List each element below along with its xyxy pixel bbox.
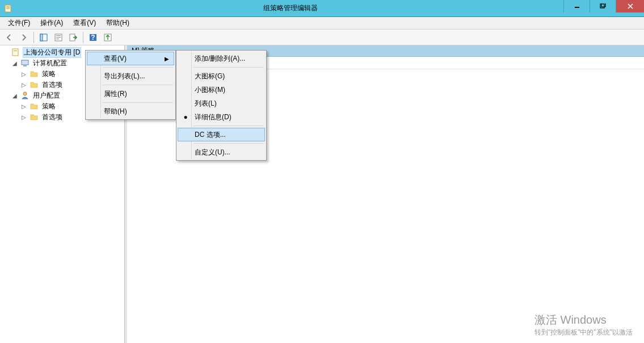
menu-separator	[193, 143, 264, 144]
submenu-item-details[interactable]: ● 详细信息(D)	[178, 110, 265, 124]
svg-rect-22	[23, 65, 27, 66]
menu-item-label: 小图标(M)	[195, 85, 225, 95]
minimize-button[interactable]	[563, 0, 590, 12]
context-menu-item-view[interactable]: 查看(V) ▶	[87, 52, 174, 65]
window-title: 组策略管理编辑器	[17, 3, 563, 13]
submenu-arrow-icon: ▶	[165, 56, 169, 62]
svg-rect-19	[12, 49, 18, 56]
tree-root-label: 上海分公司专用 [D	[23, 47, 81, 58]
tree-label: 策略	[41, 69, 57, 79]
toolbar-separator	[83, 32, 83, 43]
maximize-button[interactable]	[590, 0, 616, 12]
toolbar-export-button[interactable]	[66, 31, 80, 44]
menu-item-label: 添加/删除列(A)...	[195, 54, 245, 64]
svg-rect-12	[56, 35, 61, 36]
context-menu: 查看(V) ▶ 导出列表(L)... 属性(R) 帮助(H)	[85, 50, 176, 120]
menu-separator	[193, 67, 264, 68]
menu-item-label: 导出列表(L)...	[104, 72, 145, 81]
folder-icon	[30, 80, 39, 89]
tree-twisty-icon[interactable]: ◢	[11, 60, 18, 66]
menu-item-label: 查看(V)	[104, 54, 127, 64]
menu-item-label: 大图标(G)	[195, 72, 225, 81]
menu-item-label: 自定义(U)...	[195, 148, 230, 157]
menu-item-label: DC 选项...	[195, 130, 226, 140]
tree-label: 首选项	[41, 80, 64, 90]
svg-rect-3	[6, 9, 10, 9]
toolbar-back-button[interactable]	[2, 31, 16, 44]
tree-label: 策略	[41, 102, 57, 111]
tree-label: 首选项	[41, 112, 64, 122]
context-menu-item-help[interactable]: 帮助(H)	[87, 104, 174, 118]
tree-label: 用户配置	[32, 91, 61, 101]
tree-twisty-icon[interactable]: ▷	[20, 71, 27, 77]
submenu-item-list[interactable]: 列表(L)	[178, 97, 265, 110]
menu-item-label: 详细信息(D)	[195, 112, 231, 122]
menu-separator	[193, 126, 264, 126]
svg-rect-10	[40, 34, 43, 41]
tree-twisty-icon[interactable]: ▷	[20, 82, 27, 88]
menu-view[interactable]: 查看(V)	[69, 17, 100, 29]
menu-action[interactable]: 操作(A)	[36, 17, 68, 29]
menu-separator	[103, 85, 173, 85]
folder-icon	[30, 69, 39, 78]
menu-bar: 文件(F) 操作(A) 查看(V) 帮助(H)	[0, 17, 644, 30]
context-menu-item-export-list[interactable]: 导出列表(L)...	[87, 69, 174, 83]
body: 上海分公司专用 [D ◢ 计算机配置 ▷ 策略	[0, 45, 644, 343]
toolbar-forward-button[interactable]	[17, 31, 31, 44]
submenu-item-dc-options[interactable]: DC 选项...	[178, 128, 265, 141]
svg-point-23	[23, 92, 27, 95]
menu-item-label: 帮助(H)	[104, 107, 127, 116]
tree-label: 计算机配置	[32, 58, 68, 68]
toolbar: ?	[0, 30, 644, 45]
context-submenu-view: 添加/删除列(A)... 大图标(G) 小图标(M) 列表(L) ● 详细信息(…	[176, 50, 267, 161]
menu-file[interactable]: 文件(F)	[3, 17, 35, 29]
toolbar-help-button[interactable]: ?	[86, 31, 100, 44]
svg-rect-13	[56, 37, 61, 37]
window-controls	[563, 0, 644, 16]
tree-twisty-icon[interactable]: ▷	[20, 103, 27, 110]
submenu-item-large-icons[interactable]: 大图标(G)	[178, 69, 265, 83]
tree-twisty-icon[interactable]: ◢	[11, 93, 18, 99]
user-icon	[20, 91, 30, 100]
svg-rect-2	[6, 7, 10, 8]
menu-item-label: 属性(R)	[104, 89, 127, 99]
toolbar-separator	[33, 32, 34, 43]
app-icon	[0, 0, 17, 17]
policy-icon	[11, 48, 20, 57]
computer-icon	[20, 58, 30, 68]
svg-rect-21	[22, 60, 28, 65]
submenu-item-add-remove-columns[interactable]: 添加/删除列(A)...	[178, 52, 265, 65]
toolbar-show-hide-tree-button[interactable]	[37, 31, 50, 44]
menu-help[interactable]: 帮助(H)	[102, 17, 134, 29]
folder-icon	[30, 112, 39, 122]
menu-separator	[103, 102, 173, 103]
radio-mark-icon: ●	[181, 112, 190, 122]
submenu-item-custom[interactable]: 自定义(U)...	[178, 145, 265, 159]
svg-rect-1	[6, 6, 10, 7]
title-bar: 组策略管理编辑器	[0, 0, 644, 17]
menu-item-label: 列表(L)	[195, 99, 217, 108]
submenu-item-small-icons[interactable]: 小图标(M)	[178, 83, 265, 97]
close-button[interactable]	[616, 0, 644, 12]
svg-rect-5	[600, 4, 604, 8]
folder-icon	[30, 102, 39, 111]
toolbar-refresh-button[interactable]	[101, 31, 115, 44]
tree-twisty-icon[interactable]: ▷	[20, 114, 27, 120]
context-menu-item-properties[interactable]: 属性(R)	[87, 87, 174, 101]
menu-separator	[103, 67, 173, 68]
svg-rect-20	[14, 51, 17, 51]
toolbar-properties-button[interactable]	[52, 31, 65, 44]
svg-rect-14	[56, 39, 59, 39]
svg-text:?: ?	[91, 34, 95, 41]
